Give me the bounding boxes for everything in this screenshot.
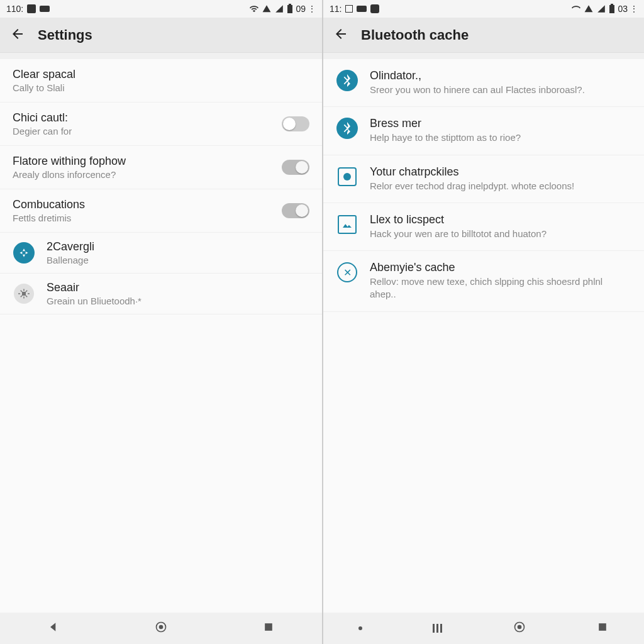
item-subtitle: Help haye to the stipttom as to rioe? xyxy=(370,131,631,144)
back-button[interactable] xyxy=(10,26,25,44)
toggle-switch[interactable] xyxy=(282,203,309,218)
status-right: 03 ⋮ xyxy=(571,4,638,14)
status-left: 110: xyxy=(6,4,50,14)
app-icon xyxy=(13,242,35,264)
row-subtitle: Cally to Slali xyxy=(13,82,309,93)
status-icon xyxy=(370,4,379,13)
nav-home[interactable] xyxy=(155,621,167,636)
status-battery: 09 xyxy=(296,4,306,14)
svg-rect-10 xyxy=(599,623,606,631)
svg-point-9 xyxy=(517,625,521,630)
nav-dot[interactable] xyxy=(358,626,362,630)
wifi-icon xyxy=(262,4,272,13)
status-icon xyxy=(357,6,367,12)
row-subtitle: Greain un Bliuetoodh·* xyxy=(47,296,309,306)
toggle-switch[interactable] xyxy=(282,116,309,131)
battery-icon xyxy=(609,4,615,14)
page-title: Bluetooth cache xyxy=(361,27,469,43)
bluetooth-icon xyxy=(336,118,358,139)
settings-row[interactable]: Flatore withing fophow Arealy dlons info… xyxy=(0,146,322,189)
row-title: Clear spacal xyxy=(13,68,309,81)
settings-row[interactable]: Seaair Greain un Bliuetoodh·* xyxy=(0,274,322,314)
svg-rect-5 xyxy=(265,623,272,631)
page-title: Settings xyxy=(38,27,92,43)
nav-bar xyxy=(323,613,644,644)
svg-rect-6 xyxy=(609,5,614,13)
status-bar: 110: 09 ⋮ xyxy=(0,0,322,18)
item-subtitle: Hack your wen are to billtotot and huato… xyxy=(370,228,631,240)
item-title: Olindator., xyxy=(370,69,631,82)
row-subtitle: Degier can for xyxy=(13,126,275,136)
app-bar: Bluetooth cache xyxy=(323,18,644,53)
app-icon xyxy=(14,284,34,304)
status-battery: 03 xyxy=(618,4,628,14)
list-item[interactable]: Yotur chatrpckiles Relor ever techod dra… xyxy=(323,155,644,203)
settings-row[interactable]: Clear spacal Cally to Slali xyxy=(0,59,322,103)
list-item[interactable]: Olindator., Sreor you won to hinere can … xyxy=(323,59,644,107)
content-area: Olindator., Sreor you won to hinere can … xyxy=(323,53,644,613)
status-more-icon: ⋮ xyxy=(308,4,316,13)
nav-back[interactable] xyxy=(596,621,609,636)
status-icon xyxy=(27,4,36,13)
row-title: Seaair xyxy=(47,281,309,294)
item-title: Bress mer xyxy=(370,117,631,130)
nav-recent[interactable] xyxy=(262,621,275,636)
signal-icon xyxy=(274,4,284,13)
status-time: 11: xyxy=(330,4,341,14)
back-button[interactable] xyxy=(333,26,348,44)
nav-home[interactable] xyxy=(513,621,526,636)
svg-rect-7 xyxy=(611,4,613,5)
item-title: Llex to licspect xyxy=(370,213,631,226)
item-subtitle: Rellov: move new texe, chich slpping chi… xyxy=(370,275,631,301)
status-left: 11: xyxy=(330,4,379,14)
row-subtitle: Fettls dretimis xyxy=(13,213,275,223)
section-gap xyxy=(323,53,644,59)
item-subtitle: Relor ever techod drag inelpdypt. whote … xyxy=(370,180,631,192)
phone-left: 110: 09 ⋮ Settings Clear spacal Cally to… xyxy=(0,0,322,644)
list-item[interactable]: Llex to licspect Hack your wen are to bi… xyxy=(323,203,644,251)
settings-row[interactable]: 2Cavergli Ballenage xyxy=(0,233,322,274)
status-more-icon: ⋮ xyxy=(630,4,638,13)
signal-icon xyxy=(596,4,606,13)
item-subtitle: Sreor you won to hinere can aul Flactes … xyxy=(370,84,631,96)
row-subtitle: Arealy dlons inforcence? xyxy=(13,169,275,180)
row-title: Flatore withing fophow xyxy=(13,155,275,168)
list-item[interactable]: Bress mer Help haye to the stipttom as t… xyxy=(323,107,644,155)
item-title: Yotur chatrpckiles xyxy=(370,165,631,179)
status-icon xyxy=(40,6,50,12)
wifi-icon xyxy=(571,4,581,13)
svg-rect-2 xyxy=(22,292,26,296)
status-right: 09 ⋮ xyxy=(249,4,316,14)
bluetooth-icon xyxy=(336,70,358,91)
row-title: Chici cautl: xyxy=(13,111,275,125)
app-bar: Settings xyxy=(0,18,322,53)
block-icon: ✕ xyxy=(337,262,357,282)
status-bar: 11: 03 ⋮ xyxy=(323,0,644,18)
row-title: 2Cavergli xyxy=(47,240,309,253)
badge-icon xyxy=(338,167,357,186)
settings-row[interactable]: Combucations Fettls dretimis xyxy=(0,189,322,233)
list-item[interactable]: ✕ Abemyie's cache Rellov: move new texe,… xyxy=(323,251,644,312)
nav-bar xyxy=(0,613,322,644)
item-title: Abemyie's cache xyxy=(370,261,631,274)
content-area: Clear spacal Cally to Slali Chici cautl:… xyxy=(0,53,322,613)
section-gap xyxy=(0,53,322,59)
svg-rect-0 xyxy=(287,5,292,13)
row-subtitle: Ballenage xyxy=(47,255,309,265)
svg-point-4 xyxy=(159,625,164,630)
wifi-icon xyxy=(249,4,259,13)
wifi-icon xyxy=(584,4,594,13)
nav-recent[interactable] xyxy=(433,624,442,633)
toggle-switch[interactable] xyxy=(282,160,309,175)
battery-icon xyxy=(287,4,293,14)
row-title: Combucations xyxy=(13,198,275,211)
settings-row[interactable]: Chici cautl: Degier can for xyxy=(0,103,322,146)
phone-right: 11: 03 ⋮ Bluetooth cache xyxy=(322,0,644,644)
nav-back[interactable] xyxy=(47,621,60,636)
photo-icon xyxy=(338,215,357,234)
status-time: 110: xyxy=(6,4,23,14)
status-icon xyxy=(345,5,353,13)
svg-rect-1 xyxy=(289,4,291,5)
